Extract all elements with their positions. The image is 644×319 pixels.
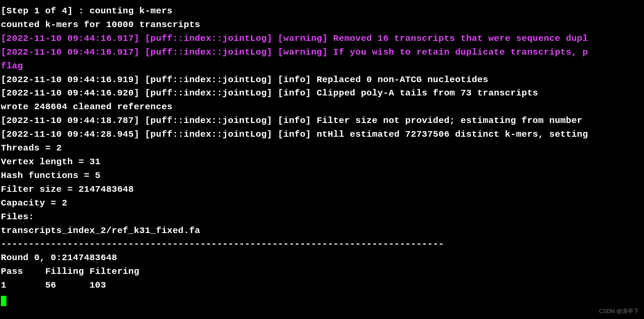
terminal-cursor [1, 296, 6, 306]
terminal-output: [Step 1 of 4] : counting k-merscounted k… [1, 4, 644, 292]
terminal-line: [2022-11-10 09:44:16.920] [puff::index::… [1, 86, 644, 100]
terminal-line: [2022-11-10 09:44:16.919] [puff::index::… [1, 73, 644, 87]
terminal-line: [2022-11-10 09:44:16.917] [puff::index::… [1, 32, 644, 46]
terminal-line: Round 0, 0:2147483648 [1, 251, 644, 265]
terminal-line: wrote 248604 cleaned references [1, 100, 644, 114]
terminal-line: Capacity = 2 [1, 196, 644, 210]
terminal-line: transcripts_index_2/ref_k31_fixed.fa [1, 224, 644, 238]
terminal-line: ----------------------------------------… [1, 237, 644, 251]
terminal-line: [2022-11-10 09:44:16.917] [puff::index::… [1, 46, 644, 59]
terminal-line: Threads = 2 [1, 141, 644, 155]
watermark: CSDN @凉亭下 [599, 307, 639, 316]
terminal-line: 1 56 103 [1, 279, 644, 292]
terminal-line: [Step 1 of 4] : counting k-mers [1, 4, 644, 18]
terminal-line: Hash functions = 5 [1, 169, 644, 183]
terminal-line: Filter size = 2147483648 [1, 183, 644, 196]
terminal-line: Files: [1, 210, 644, 224]
terminal-line: flag [1, 59, 644, 73]
terminal-line: counted k-mers for 10000 transcripts [1, 18, 644, 32]
terminal-line: Vertex length = 31 [1, 155, 644, 169]
terminal-line: [2022-11-10 09:44:18.787] [puff::index::… [1, 114, 644, 128]
terminal-line: [2022-11-10 09:44:28.945] [puff::index::… [1, 128, 644, 141]
terminal-line: Pass Filling Filtering [1, 265, 644, 279]
